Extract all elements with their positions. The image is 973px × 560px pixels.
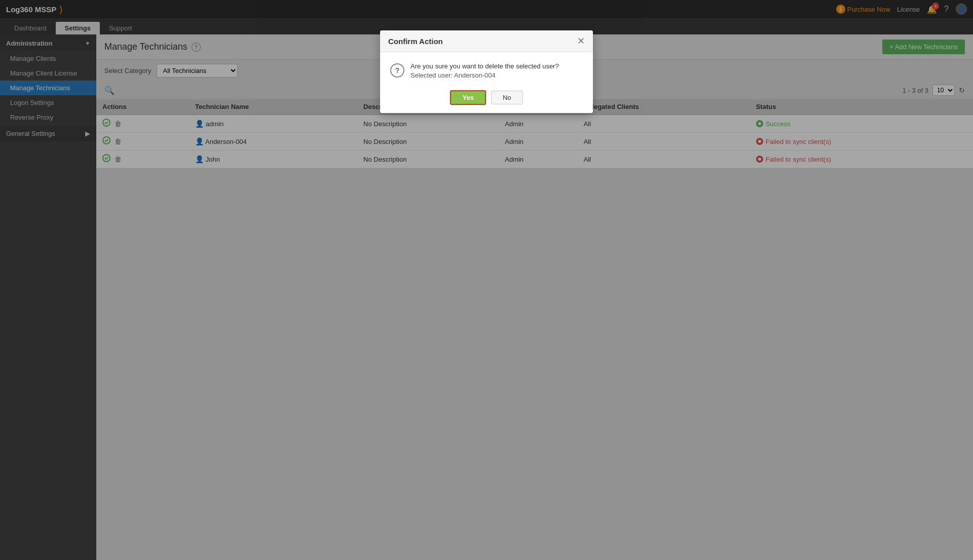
modal-footer: Yes No	[380, 84, 593, 113]
modal-selected-user: Selected user: Anderson-004	[410, 71, 559, 79]
modal-question-text: Are you sure you want to delete the sele…	[410, 62, 559, 70]
modal-close-button[interactable]: ✕	[577, 35, 585, 47]
question-icon: ?	[390, 63, 404, 78]
confirm-yes-button[interactable]: Yes	[450, 90, 485, 105]
modal-message-area: ? Are you sure you want to delete the se…	[390, 62, 583, 79]
modal-text-area: Are you sure you want to delete the sele…	[410, 62, 559, 79]
confirm-no-button[interactable]: No	[491, 91, 523, 104]
selected-user-value: Anderson-004	[454, 71, 496, 79]
modal-title: Confirm Action	[388, 37, 443, 46]
confirm-action-modal: Confirm Action ✕ ? Are you sure you want…	[380, 30, 593, 113]
modal-header: Confirm Action ✕	[380, 30, 593, 52]
modal-overlay: Confirm Action ✕ ? Are you sure you want…	[0, 0, 973, 560]
modal-body: ? Are you sure you want to delete the se…	[380, 52, 593, 84]
selected-user-label: Selected user:	[410, 71, 453, 79]
